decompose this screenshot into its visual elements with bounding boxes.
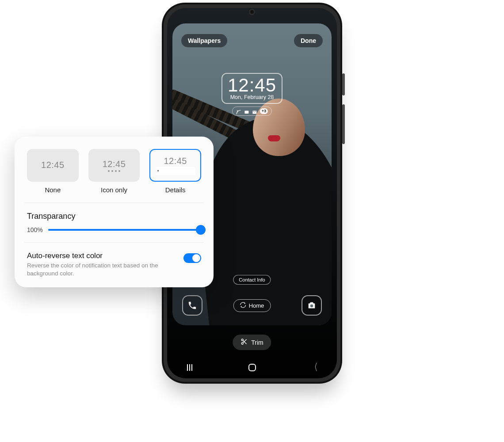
phone-icon[interactable]	[133, 318, 159, 345]
clock-widget[interactable]: 12:45 Mon, February 28	[221, 73, 283, 104]
notification-indicator[interactable]: +3	[232, 107, 272, 116]
slider-thumb[interactable]	[196, 225, 206, 235]
flashlight-icon[interactable]	[345, 318, 371, 345]
svg-point-10	[241, 339, 243, 341]
done-button[interactable]: Done	[294, 34, 323, 47]
calculator-icon[interactable]	[430, 318, 456, 345]
home-toggle-label: Home	[249, 302, 264, 309]
svg-point-9	[310, 305, 313, 307]
divider	[24, 202, 204, 203]
recents-button[interactable]	[185, 362, 195, 372]
svg-point-11	[241, 343, 243, 344]
notification-count-badge: +3	[260, 108, 268, 114]
style-option-label: Details	[149, 186, 201, 194]
transparency-title: Transparancy	[27, 212, 201, 221]
browser-icon[interactable]	[48, 318, 74, 345]
clock-date: Mon, February 28	[228, 94, 276, 100]
scissors-icon	[241, 338, 248, 347]
svg-point-4	[105, 329, 107, 331]
android-navbar: 〈	[185, 362, 319, 372]
auto-reverse-toggle[interactable]	[183, 253, 201, 263]
style-option-details[interactable]: 12:45 Details	[149, 149, 201, 194]
front-camera-icon	[249, 9, 255, 15]
style-thumb-time: 12:45	[164, 156, 187, 166]
notification-style-options: 12:45 None 12:45 Icon only 12:45 Details	[27, 149, 201, 194]
clock-time: 12:45	[228, 76, 276, 95]
home-button[interactable]	[247, 362, 257, 372]
messages-icon[interactable]	[90, 318, 117, 345]
svg-point-3	[103, 329, 104, 331]
divider	[24, 242, 204, 243]
style-option-label: None	[27, 186, 79, 194]
shortcut-phone[interactable]	[182, 295, 202, 316]
side-button-icon	[342, 73, 345, 95]
transparency-slider[interactable]: 100%	[27, 226, 201, 233]
slider-track[interactable]	[48, 229, 201, 231]
style-thumb-dots-icon	[108, 170, 120, 172]
volume-rocker-icon	[342, 104, 345, 144]
auto-reverse-subtitle: Reverse the color of notification text b…	[27, 262, 164, 278]
auto-reverse-row[interactable]: Auto-reverse text color Reverse the colo…	[27, 251, 201, 278]
auto-reverse-title: Auto-reverse text color	[27, 251, 177, 260]
mail-icon	[252, 109, 257, 114]
notification-style-popover: 12:45 None 12:45 Icon only 12:45 Details…	[15, 137, 214, 287]
style-option-none[interactable]: 12:45 None	[27, 149, 79, 194]
svg-point-0	[55, 325, 67, 338]
wallpapers-button[interactable]: Wallpapers	[181, 34, 227, 47]
contact-info-chip[interactable]: Contact Info	[233, 275, 271, 285]
svg-rect-8	[244, 110, 248, 114]
trim-button-label: Trim	[251, 339, 263, 346]
message-icon	[244, 109, 249, 114]
missed-call-icon	[236, 109, 241, 114]
style-thumb-time: 12:45	[41, 160, 65, 170]
shortcut-camera[interactable]	[302, 295, 322, 316]
svg-point-1	[56, 325, 66, 338]
switch-icon	[240, 302, 246, 309]
style-thumb-time: 12:45	[103, 159, 126, 169]
svg-point-2	[100, 329, 102, 331]
home-toggle-chip[interactable]: Home	[233, 299, 271, 312]
svg-point-7	[395, 326, 406, 337]
decorative-figure-lips	[268, 135, 280, 141]
clock-icon[interactable]	[387, 318, 414, 345]
back-button[interactable]: 〈	[311, 362, 317, 372]
trim-button[interactable]: Trim	[233, 335, 271, 350]
style-thumb-detail-row-icon	[156, 167, 195, 175]
style-option-label: Icon only	[88, 186, 140, 194]
style-option-icon-only[interactable]: 12:45 Icon only	[88, 149, 140, 194]
transparency-value: 100%	[27, 226, 43, 233]
